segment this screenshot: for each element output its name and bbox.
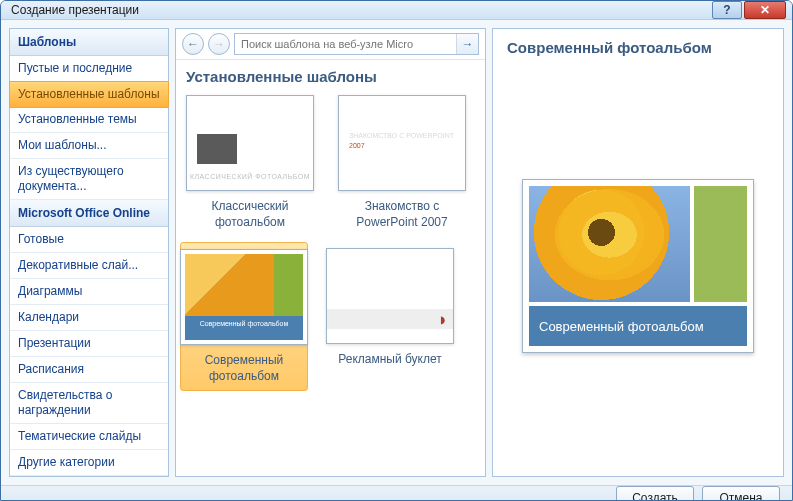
dialog-footer: Создать Отмена: [1, 485, 792, 501]
preview-pane: Современный фотоальбом Современный фотоа…: [492, 28, 784, 477]
template-classic-photo-album[interactable]: КЛАССИЧЕСКИЙ ФОТОАЛЬБОМ Классический фот…: [186, 95, 314, 230]
search-box: →: [234, 33, 479, 55]
template-thumbnail: Современный фотоальбом: [180, 249, 308, 345]
sidebar-item-schedules[interactable]: Расписания: [10, 357, 168, 383]
template-ad-brochure[interactable]: ◗ Рекламный буклет: [326, 248, 454, 385]
sidebar-item-themed-slides[interactable]: Тематические слайды: [10, 424, 168, 450]
nav-bar: ← → →: [176, 29, 485, 60]
arrow-right-icon: →: [462, 37, 474, 51]
sidebar-item-featured[interactable]: Готовые: [10, 227, 168, 253]
cancel-button[interactable]: Отмена: [702, 486, 780, 501]
sidebar-header-templates: Шаблоны: [10, 29, 168, 56]
sidebar-item-diagrams[interactable]: Диаграммы: [10, 279, 168, 305]
template-thumbnail: КЛАССИЧЕСКИЙ ФОТОАЛЬБОМ: [186, 95, 314, 191]
thumb-strip: [327, 309, 453, 329]
thumb-mark-icon: ◗: [440, 314, 445, 325]
nav-forward-button[interactable]: →: [208, 33, 230, 55]
thumb-caption: КЛАССИЧЕСКИЙ ФОТОАЛЬБОМ: [187, 173, 313, 180]
thumb-top-row: [185, 254, 303, 316]
close-button[interactable]: ✕: [744, 1, 786, 19]
arrow-right-icon: →: [213, 37, 225, 51]
arrow-left-icon: ←: [187, 37, 199, 51]
template-powerpoint-intro[interactable]: ЗНАКОМСТВО С POWERPOINT 2007 Знакомство …: [338, 95, 466, 230]
dialog-window: Создание презентации ? ✕ Шаблоны Пустые …: [0, 0, 793, 501]
thumb-caption: Современный фотоальбом: [185, 316, 303, 340]
sunflower-image: [185, 254, 274, 316]
sidebar-item-presentations[interactable]: Презентации: [10, 331, 168, 357]
sidebar-header-office-online: Microsoft Office Online: [10, 200, 168, 227]
search-input[interactable]: [235, 38, 456, 50]
sidebar-item-my-templates[interactable]: Мои шаблоны...: [10, 133, 168, 159]
sidebar-item-certificates[interactable]: Свидетельства о награждении: [10, 383, 168, 424]
sidebar-item-installed-templates[interactable]: Установленные шаблоны: [9, 81, 169, 108]
search-go-button[interactable]: →: [456, 34, 478, 54]
preview-title: Современный фотоальбом: [493, 29, 783, 56]
gallery-section-title: Установленные шаблоны: [176, 60, 485, 89]
preview-slide: Современный фотоальбом: [522, 179, 754, 353]
thumb-text-1: ЗНАКОМСТВО С POWERPOINT: [349, 132, 454, 139]
help-button[interactable]: ?: [712, 1, 742, 19]
template-gallery-pane: ← → → Установленные шаблоны КЛАССИЧЕСКИЙ…: [175, 28, 486, 477]
template-thumbnail: ЗНАКОМСТВО С POWERPOINT 2007: [338, 95, 466, 191]
sidebar-item-decorative-slides[interactable]: Декоративные слай...: [10, 253, 168, 279]
sidebar-item-other-categories[interactable]: Другие категории: [10, 450, 168, 476]
sidebar-item-calendars[interactable]: Календари: [10, 305, 168, 331]
sunflower-image: [529, 186, 690, 302]
template-thumbnail: ◗: [326, 248, 454, 344]
category-sidebar: Шаблоны Пустые и последние Установленные…: [9, 28, 169, 477]
sidebar-item-blank[interactable]: Пустые и последние: [10, 56, 168, 82]
nav-back-button[interactable]: ←: [182, 33, 204, 55]
template-label: Рекламный буклет: [338, 352, 442, 368]
sidebar-item-installed-themes[interactable]: Установленные темы: [10, 107, 168, 133]
green-block: [694, 186, 748, 302]
window-title: Создание презентации: [11, 3, 710, 17]
dialog-content: Шаблоны Пустые и последние Установленные…: [1, 20, 792, 485]
thumb-text-2: 2007: [349, 142, 365, 149]
preview-top-row: [529, 186, 747, 302]
titlebar: Создание презентации ? ✕: [1, 1, 792, 20]
green-block: [274, 254, 304, 316]
template-label: Классический фотоальбом: [186, 199, 314, 230]
template-label: Современный фотоальбом: [187, 353, 301, 384]
template-modern-photo-album[interactable]: Современный фотоальбом Современный фотоа…: [180, 242, 308, 391]
sidebar-item-from-existing[interactable]: Из существующего документа...: [10, 159, 168, 200]
preview-body: Современный фотоальбом: [493, 56, 783, 476]
template-label: Знакомство с PowerPoint 2007: [338, 199, 466, 230]
create-button[interactable]: Создать: [616, 486, 694, 501]
template-gallery[interactable]: КЛАССИЧЕСКИЙ ФОТОАЛЬБОМ Классический фот…: [176, 89, 485, 476]
window-controls: ? ✕: [710, 1, 786, 19]
preview-caption: Современный фотоальбом: [529, 306, 747, 346]
